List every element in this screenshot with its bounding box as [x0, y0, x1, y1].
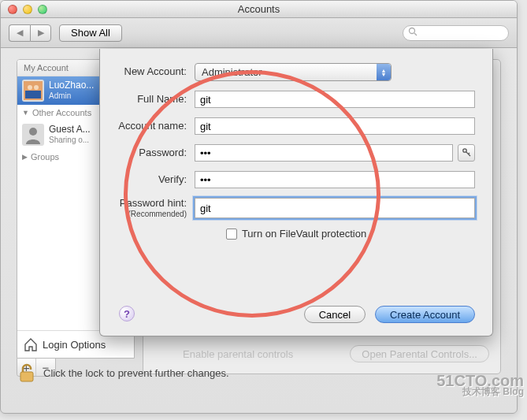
svg-point-4 — [28, 85, 32, 90]
password-label: Password: — [117, 147, 195, 158]
user-role: Admin — [49, 91, 94, 101]
full-name-input[interactable] — [195, 91, 475, 108]
verify-password-input[interactable] — [195, 171, 475, 188]
titlebar: Accounts — [1, 1, 517, 18]
back-button[interactable]: ◀ — [9, 24, 30, 42]
help-button[interactable]: ? — [119, 306, 135, 322]
svg-point-0 — [410, 28, 415, 34]
password-hint-input[interactable] — [195, 198, 475, 218]
password-input[interactable] — [195, 144, 453, 162]
svg-line-9 — [469, 153, 470, 154]
account-name-label: Account name: — [117, 121, 195, 132]
cancel-button[interactable]: Cancel — [304, 306, 366, 323]
enable-parental-label: Enable parental controls — [183, 348, 293, 360]
minimize-window-button[interactable] — [23, 5, 32, 14]
forward-button[interactable]: ▶ — [30, 24, 51, 42]
window-controls — [1, 5, 47, 14]
svg-line-8 — [466, 151, 470, 155]
svg-line-1 — [414, 33, 417, 35]
navigation-buttons: ◀ ▶ — [9, 24, 51, 42]
toolbar: ◀ ▶ Show All — [1, 18, 517, 48]
full-name-label: Full Name: — [117, 94, 195, 105]
svg-rect-10 — [20, 372, 33, 381]
filevault-checkbox[interactable] — [226, 229, 237, 240]
close-window-button[interactable] — [8, 5, 17, 14]
search-icon — [408, 27, 418, 39]
new-account-sheet: New Account: Administrator ▲▼ Full Name:… — [99, 49, 493, 336]
content-area: Change Password... Open... Open Parental… — [1, 48, 517, 413]
password-assistant-button[interactable] — [458, 144, 475, 162]
account-name-input[interactable] — [195, 117, 475, 135]
user-avatar-icon — [22, 80, 44, 102]
home-icon — [24, 337, 38, 351]
create-account-button[interactable]: Create Account — [375, 306, 475, 323]
window-title: Accounts — [1, 3, 517, 15]
guest-avatar-icon — [22, 124, 44, 146]
guest-name: Guest A... — [49, 125, 91, 136]
lock-message[interactable]: Click the lock to prevent further change… — [18, 362, 229, 383]
filevault-label: Turn on FileVault protection — [242, 228, 366, 240]
hint-label: Password hint: (Recommended) — [117, 198, 195, 217]
zoom-window-button[interactable] — [38, 5, 47, 14]
svg-point-7 — [463, 148, 466, 151]
verify-label: Verify: — [117, 174, 195, 185]
search-input[interactable] — [403, 25, 509, 41]
filevault-option[interactable]: Turn on FileVault protection — [117, 228, 475, 240]
svg-rect-3 — [25, 91, 41, 98]
disclosure-triangle-icon: ▶ — [22, 153, 28, 161]
key-icon — [462, 147, 471, 159]
svg-point-6 — [29, 128, 37, 136]
chevron-updown-icon: ▲▼ — [377, 64, 391, 80]
show-all-button[interactable]: Show All — [59, 24, 122, 42]
open-parental-controls-button[interactable]: Open Parental Controls... — [350, 345, 489, 362]
select-value: Administrator — [202, 66, 262, 78]
user-name: LuoZhao... — [49, 80, 94, 91]
guest-role: Sharing o... — [49, 136, 91, 145]
disclosure-triangle-icon: ▼ — [22, 109, 29, 117]
accounts-window: Accounts ◀ ▶ Show All Change Password...… — [0, 0, 518, 414]
new-account-type-select[interactable]: Administrator ▲▼ — [195, 63, 392, 81]
svg-point-5 — [34, 85, 39, 90]
new-account-label: New Account: — [117, 66, 195, 77]
lock-icon — [18, 362, 35, 383]
